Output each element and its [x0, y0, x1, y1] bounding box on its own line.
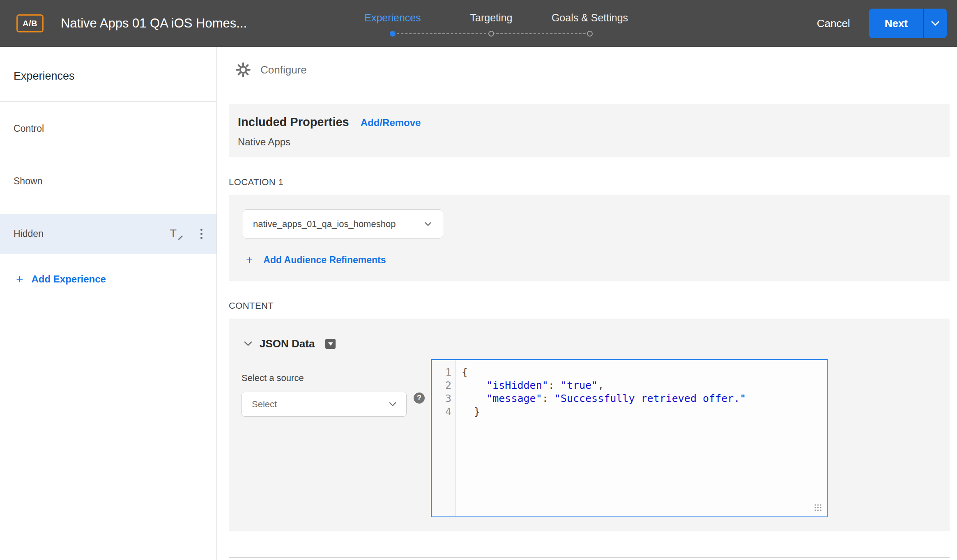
line-number: 3 [432, 392, 455, 405]
editor-code[interactable]: { "isHidden": "true", "message": "Succes… [456, 360, 827, 516]
source-select[interactable]: Select [242, 392, 407, 417]
location-dropdown-caret[interactable] [413, 210, 443, 238]
included-properties-title: Included Properties [238, 115, 349, 129]
line-number: 4 [432, 405, 455, 418]
main-panel: Configure Included Properties Add/Remove… [217, 47, 957, 560]
stepper-dot-targeting [488, 31, 494, 37]
wizard-steps: Experiences Targeting Goals & Settings [343, 0, 639, 47]
experience-list: Control Shown Hidden T [0, 102, 216, 254]
add-audience-refinements-label: Add Audience Refinements [263, 255, 386, 266]
experiences-sidebar: Experiences Control Shown Hidden T + Add… [0, 47, 217, 560]
content-type-dropdown-icon[interactable] [325, 339, 336, 349]
experience-item-hidden[interactable]: Hidden T [0, 214, 216, 254]
add-audience-refinements-button[interactable]: + Add Audience Refinements [243, 254, 950, 266]
stepper-dot-goals [587, 31, 593, 37]
next-split-button: Next [869, 9, 947, 38]
topbar-actions: Cancel Next [817, 9, 947, 38]
collapse-chevron-icon[interactable] [244, 341, 252, 347]
location-panel: native_apps_01_qa_ios_homeshop + Add Aud… [229, 195, 950, 281]
experience-item-label: Hidden [14, 228, 44, 239]
bottom-divider [229, 557, 950, 558]
location-dropdown[interactable]: native_apps_01_qa_ios_homeshop [243, 209, 443, 239]
chevron-down-icon [389, 402, 396, 407]
experience-item-shown[interactable]: Shown [0, 161, 216, 201]
code-line: "isHidden": "true", [462, 379, 827, 392]
experience-item-label: Control [14, 123, 44, 134]
plus-icon: + [16, 273, 23, 285]
sidebar-heading: Experiences [0, 47, 216, 102]
code-line: "message": "Successfully retrieved offer… [462, 392, 827, 405]
plus-icon: + [246, 254, 253, 266]
gear-icon [236, 62, 251, 77]
next-button[interactable]: Next [869, 9, 923, 38]
location-section-label: LOCATION 1 [229, 177, 950, 188]
experience-item-actions: T [170, 227, 205, 241]
experience-item-label: Shown [14, 176, 42, 187]
tab-goals-settings[interactable]: Goals & Settings [541, 0, 639, 24]
chevron-down-icon [931, 21, 939, 26]
included-properties-value: Native Apps [238, 136, 950, 148]
configure-header: Configure [217, 47, 957, 93]
content-panel: JSON Data Select a source Select ? 1234 … [229, 319, 950, 531]
tab-experiences[interactable]: Experiences [343, 0, 442, 24]
json-code-editor[interactable]: 1234 { "isHidden": "true", "message": "S… [431, 359, 828, 517]
configure-label: Configure [260, 64, 307, 76]
code-line: } [462, 405, 827, 418]
next-dropdown-button[interactable] [924, 9, 947, 38]
tab-targeting[interactable]: Targeting [442, 0, 541, 24]
select-source-label: Select a source [242, 373, 304, 383]
code-line: { [462, 366, 827, 379]
resize-grip-icon[interactable] [814, 504, 822, 512]
add-remove-link[interactable]: Add/Remove [361, 117, 421, 129]
location-dropdown-value: native_apps_01_qa_ios_homeshop [243, 210, 413, 238]
chevron-down-icon [424, 222, 432, 227]
line-number: 2 [432, 379, 455, 392]
help-icon[interactable]: ? [414, 392, 425, 404]
activity-title: Native Apps 01 QA iOS Homes... [61, 16, 247, 31]
add-experience-button[interactable]: + Add Experience [0, 273, 216, 285]
top-bar: A/B Native Apps 01 QA iOS Homes... Exper… [0, 0, 957, 47]
stepper-dot-experiences [390, 31, 396, 37]
content-section-label: CONTENT [229, 301, 950, 311]
included-properties-panel: Included Properties Add/Remove Native Ap… [229, 104, 950, 157]
json-data-title: JSON Data [260, 337, 315, 350]
more-options-icon[interactable] [199, 227, 204, 241]
experience-item-control[interactable]: Control [0, 109, 216, 149]
configure-content: Included Properties Add/Remove Native Ap… [217, 104, 957, 558]
pencil-icon [177, 235, 183, 241]
json-data-header: JSON Data [244, 337, 336, 350]
activity-type-badge: A/B [16, 14, 44, 32]
cancel-button[interactable]: Cancel [817, 17, 850, 30]
rename-experience-icon[interactable]: T [170, 228, 183, 239]
source-select-value: Select [252, 399, 277, 410]
editor-gutter: 1234 [432, 360, 456, 516]
add-experience-label: Add Experience [32, 273, 106, 285]
line-number: 1 [432, 366, 455, 379]
